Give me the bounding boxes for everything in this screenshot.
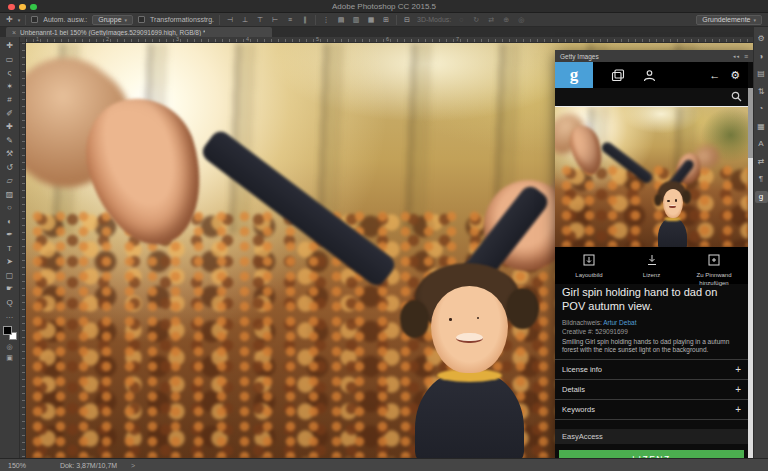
accordion-license-info[interactable]: License info + [555,359,748,379]
auto-align-icon[interactable]: ⊟ [402,16,412,24]
spot-healing-tool[interactable]: ✚ [2,120,18,134]
align-right-icon[interactable]: ∥ [300,16,310,24]
distribute-center-icon[interactable]: ▦ [366,16,376,24]
getty-images-panel: Getty Images ◂◂ ≡ g ← ⚙ [555,50,753,458]
align-center-icon[interactable]: ≡ [285,16,295,23]
hand-tool[interactable]: ☛ [2,282,18,296]
back-arrow-icon[interactable]: ← [709,69,720,81]
document-tab[interactable]: × Unbenannt-1 bei 150% (GettyImages.5290… [6,27,272,37]
search-icon[interactable] [731,88,742,106]
getty-logo-tab[interactable]: g [555,62,593,88]
threed-roll-icon: ↻ [471,16,481,24]
show-transform-controls-label: Transformationsstrg. [150,16,214,23]
easy-access-row[interactable]: EasyAccess [555,429,748,444]
type-tool[interactable]: T [2,242,18,256]
workspace-value: Grundelemente [702,16,750,23]
license-download-label: Lizenz [643,272,660,280]
libraries-panel-icon[interactable]: ▦ [755,121,768,133]
show-transform-controls-checkbox[interactable] [138,16,145,23]
foreground-color-swatch[interactable] [3,326,12,335]
pen-tool[interactable]: ✒ [2,228,18,242]
zoom-level-field[interactable]: 150% [8,462,26,469]
divider [396,15,397,25]
ruler-number: 3 [176,36,179,42]
close-tab-icon[interactable]: × [12,29,16,36]
license-button-zone: LIZENZ [555,444,748,458]
account-icon[interactable] [643,69,656,82]
histogram-panel-icon[interactable]: ▤ [755,68,768,80]
edit-toolbar-button[interactable]: … [2,309,18,323]
align-middle-icon[interactable]: ⊥ [240,16,250,24]
accordion-details[interactable]: Details + [555,379,748,399]
expand-plus-icon[interactable]: + [735,404,741,415]
adjustments-panel-icon[interactable]: ◔ [755,103,768,115]
add-to-board-icon [708,252,720,270]
expand-plus-icon[interactable]: + [735,364,741,375]
quick-mask-icon[interactable]: ◎ [6,343,12,351]
distribute-horizontal-icon[interactable]: ▤ [336,16,346,24]
status-expander-icon[interactable]: > [131,462,135,469]
path-selection-tool[interactable]: ➤ [2,255,18,269]
getty-thumbnail[interactable] [555,107,748,247]
history-brush-tool[interactable]: ↺ [2,161,18,175]
accordion-keywords[interactable]: Keywords + [555,399,748,419]
threed-slide-icon: ⊕ [501,16,511,24]
girl-face [431,286,508,373]
quick-selection-tool[interactable]: ✶ [2,80,18,94]
getty-actions-row: Layoutbild Lizenz Zu Pinnwand hinzufügen [555,247,748,284]
distribute-right-icon[interactable]: ⊞ [381,16,391,24]
divider [25,15,26,25]
align-bottom-icon[interactable]: ⊤ [255,16,265,24]
clone-stamp-tool[interactable]: ⚒ [2,147,18,161]
gradient-tool[interactable]: ▨ [2,188,18,202]
distribute-left-icon[interactable]: ▥ [351,16,361,24]
paragraph-panel-icon[interactable]: ¶ [755,173,768,185]
add-to-board-button[interactable]: Zu Pinnwand hinzufügen [686,252,742,288]
marquee-tool[interactable]: ▭ [2,53,18,67]
search-input[interactable] [561,93,731,102]
accordion-details-label: Details [562,385,585,394]
eyedropper-tool[interactable]: ✐ [2,107,18,121]
blur-tool[interactable]: ○ [2,201,18,215]
shape-tool[interactable]: ▢ [2,269,18,283]
collapse-panel-icon[interactable]: ◂◂ [733,53,740,59]
align-left-icon[interactable]: ⊢ [270,16,280,24]
character-panel-icon[interactable]: A [755,138,768,150]
zoom-tool[interactable]: Q [2,296,18,310]
tool-preset-caret-icon[interactable]: ▾ [18,17,21,23]
license-button[interactable]: LIZENZ [559,450,744,458]
divider [315,15,316,25]
auto-select-checkbox[interactable] [31,16,38,23]
auto-select-mode-dropdown[interactable]: Gruppe ▾ [92,15,133,25]
getty-extension-icon[interactable]: g [755,191,768,203]
color-swatches[interactable] [3,326,17,340]
panel-dock: ⚙ ◑ ▤ ⇅ ◔ ▦ A ⇄ ¶ g [753,27,768,458]
properties-panel-icon[interactable]: ⇅ [755,86,768,98]
images-stack-icon[interactable] [611,69,625,82]
clone-source-panel-icon[interactable]: ⇄ [755,156,768,168]
image-title: Girl spin holding hand to dad on POV aut… [555,284,748,314]
move-tool[interactable]: ✛ [2,39,18,53]
eraser-tool[interactable]: ▱ [2,174,18,188]
document-size-info: Dok: 3,87M/10,7M [60,462,117,469]
layout-image-button[interactable]: Layoutbild [561,252,617,280]
settings-gear-icon[interactable]: ⚙ [730,69,740,82]
workspace-dropdown[interactable]: Grundelemente ▾ [696,15,762,25]
license-download-button[interactable]: Lizenz [624,252,680,280]
screen-mode-icon[interactable]: ▣ [6,354,13,362]
lasso-tool[interactable]: ς [2,66,18,80]
color-panel-icon[interactable]: ◑ [755,51,768,63]
distribute-vertical-icon[interactable]: ⋮ [321,16,331,24]
panel-menu-icon[interactable]: ≡ [744,53,748,60]
align-top-icon[interactable]: ⊣ [225,16,235,24]
gear-panel-icon[interactable]: ⚙ [755,33,768,45]
ruler-number: 4 [246,36,249,42]
getty-panel-titlebar[interactable]: Getty Images ◂◂ ≡ [555,50,753,62]
expand-plus-icon[interactable]: + [735,384,741,395]
dodge-tool[interactable]: ◐ [2,215,18,229]
chevron-down-icon: ▾ [753,17,756,23]
photographer-link[interactable]: Artur Debat [603,319,636,326]
brush-tool[interactable]: ✎ [2,134,18,148]
tools-panel: ✛ ▭ ς ✶ # ✐ ✚ ✎ ⚒ ↺ ▱ ▨ ○ ◐ ✒ T ➤ ▢ ☛ Q … [0,37,20,458]
crop-tool[interactable]: # [2,93,18,107]
